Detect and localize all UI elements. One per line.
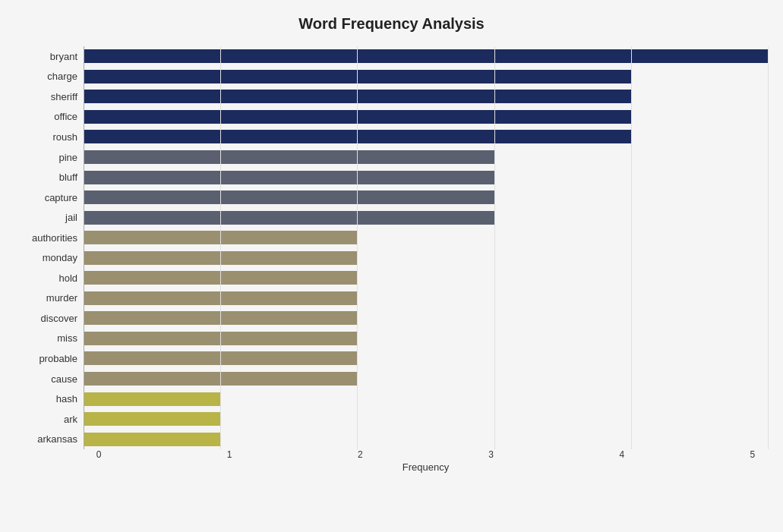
x-axis: 012345Frequency — [84, 449, 768, 472]
bar-row — [84, 350, 768, 367]
grid-lines — [84, 46, 768, 449]
bar-row — [84, 68, 768, 85]
y-label: hash — [56, 394, 77, 404]
bar-row — [84, 189, 768, 206]
bar-row — [84, 169, 768, 186]
y-label: roush — [52, 132, 77, 142]
y-label: monday — [43, 253, 77, 263]
bar — [84, 130, 631, 143]
bar-row — [84, 109, 768, 125]
bar — [84, 110, 631, 124]
bar — [84, 372, 357, 386]
y-label: probable — [39, 354, 77, 364]
bar — [84, 433, 220, 446]
x-tick-label: 3 — [476, 449, 507, 460]
y-label: cause — [51, 374, 77, 384]
y-label: arkansas — [37, 434, 77, 444]
bar — [84, 90, 631, 103]
y-label: ark — [64, 414, 77, 424]
bar — [84, 291, 357, 305]
x-tick-row: 012345 — [84, 449, 768, 460]
y-label: sheriff — [51, 92, 77, 102]
bar-row — [84, 269, 768, 286]
plot-area: 012345Frequency — [84, 46, 768, 472]
bar — [84, 392, 220, 406]
chart-container: Word Frequency Analysis bryantchargesher… — [0, 0, 783, 532]
y-label: office — [54, 112, 77, 121]
bar — [84, 190, 494, 204]
bar-row — [84, 209, 768, 226]
y-label: authorities — [32, 233, 77, 243]
bar — [84, 49, 768, 63]
bar-row — [84, 391, 768, 408]
x-tick-label: 1 — [214, 449, 245, 460]
bar-row — [84, 149, 768, 165]
bar — [84, 70, 631, 83]
bar-row — [84, 88, 768, 105]
bar-row — [84, 370, 768, 387]
y-label: jail — [65, 212, 77, 222]
bar — [84, 271, 357, 285]
x-tick-label: 5 — [737, 449, 768, 460]
y-label: charge — [47, 71, 77, 81]
y-label: bryant — [50, 52, 77, 61]
y-label: capture — [45, 193, 77, 203]
x-tick-label: 2 — [345, 449, 375, 460]
bar — [84, 332, 357, 345]
bar — [84, 412, 220, 426]
x-axis-label: Frequency — [84, 461, 768, 473]
y-label: hold — [58, 273, 77, 283]
y-label: murder — [46, 293, 77, 303]
x-tick-label: 4 — [607, 449, 637, 460]
bar — [84, 251, 357, 265]
bar-row — [84, 128, 768, 145]
bar — [84, 311, 357, 325]
bar-row — [84, 48, 768, 65]
bar — [84, 171, 494, 184]
y-label: miss — [57, 333, 77, 343]
bar-row — [84, 250, 768, 266]
y-label: discover — [41, 313, 77, 323]
chart-title: Word Frequency Analysis — [15, 15, 768, 33]
bar — [84, 150, 494, 164]
bar — [84, 211, 494, 225]
x-tick-label: 0 — [84, 449, 114, 460]
y-label: bluff — [59, 172, 77, 182]
bar-row — [84, 310, 768, 326]
chart-area: bryantchargesheriffofficeroushpinebluffc… — [15, 46, 768, 472]
bar-row — [84, 431, 768, 448]
bar — [84, 351, 357, 365]
bar — [84, 231, 357, 244]
bar-row — [84, 411, 768, 427]
bar-row — [84, 330, 768, 347]
y-label: pine — [58, 153, 77, 162]
bar-row — [84, 229, 768, 246]
y-axis: bryantchargesheriffofficeroushpinebluffc… — [15, 46, 84, 472]
bar-row — [84, 290, 768, 307]
